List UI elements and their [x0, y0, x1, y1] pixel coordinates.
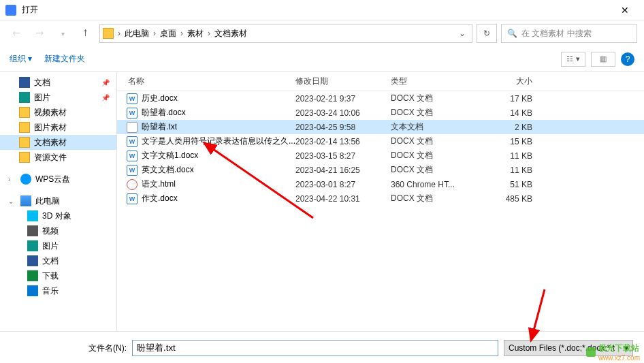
- organize-menu[interactable]: 组织 ▾: [10, 53, 32, 65]
- file-row[interactable]: W英文文档.docx2023-04-21 16:25DOCX 文档11 KB: [117, 163, 644, 177]
- folder-icon: [19, 137, 30, 148]
- file-name: 作文.docx: [142, 193, 295, 204]
- file-size: 2 KB: [483, 123, 545, 132]
- folder-icon: [27, 255, 38, 266]
- sidebar-wps[interactable]: ›WPS云盘: [0, 172, 116, 187]
- refresh-button[interactable]: ↻: [477, 24, 497, 43]
- address-bar[interactable]: › 此电脑 › 桌面 › 素材 › 文档素材 ⌄: [99, 24, 472, 43]
- folder-icon: [19, 122, 30, 133]
- breadcrumb-item[interactable]: 文档素材: [214, 28, 247, 40]
- folder-icon: [27, 225, 38, 236]
- folder-icon: [27, 270, 38, 281]
- file-icon: W: [127, 108, 138, 119]
- file-icon: W: [127, 165, 138, 176]
- search-input[interactable]: 🔍 在 文档素材 中搜索: [501, 24, 637, 43]
- sidebar-item[interactable]: 音乐: [0, 283, 116, 298]
- file-size: 17 KB: [483, 94, 545, 104]
- pin-icon: 📌: [101, 79, 110, 86]
- file-name: 文字文稿1.docx: [142, 150, 295, 161]
- sidebar-item-label: 文档素材: [34, 137, 67, 148]
- sidebar-item[interactable]: 图片📌: [0, 90, 116, 105]
- filename-input[interactable]: [132, 340, 498, 356]
- file-size: 11 KB: [483, 151, 545, 161]
- sidebar-item-label: 文档: [34, 77, 50, 89]
- column-type[interactable]: 类型: [391, 76, 483, 87]
- sidebar-item[interactable]: 图片素材: [0, 120, 116, 135]
- file-type: DOCX 文档: [391, 107, 483, 119]
- sidebar-item[interactable]: 下载: [0, 268, 116, 283]
- file-type: DOCX 文档: [391, 136, 483, 147]
- view-mode-button[interactable]: ☷ ▾: [561, 52, 585, 67]
- file-row[interactable]: W盼望着.docx2023-03-24 10:06DOCX 文档14 KB: [117, 106, 644, 120]
- file-date: 2023-02-14 13:56: [295, 137, 391, 146]
- folder-icon: [27, 240, 38, 251]
- column-header-row: 名称 修改日期 类型 大小: [117, 72, 644, 91]
- sidebar-item[interactable]: 视频: [0, 223, 116, 238]
- column-name[interactable]: 名称: [117, 76, 295, 87]
- file-icon: W: [127, 93, 138, 104]
- breadcrumb-item[interactable]: 桌面: [160, 28, 176, 40]
- file-icon: W: [127, 136, 138, 147]
- file-icon: [127, 179, 138, 190]
- file-row[interactable]: W作文.docx2023-04-22 10:31DOCX 文档485 KB: [117, 191, 644, 206]
- folder-icon: [27, 285, 38, 296]
- file-type: 360 Chrome HT...: [391, 180, 483, 189]
- sidebar-item-label: 资源文件: [34, 152, 67, 163]
- new-folder-button[interactable]: 新建文件夹: [44, 53, 85, 65]
- sidebar-item[interactable]: 视频素材: [0, 105, 116, 120]
- back-button[interactable]: 🡐: [7, 24, 26, 43]
- chevron-right-icon: ›: [153, 29, 156, 38]
- file-type: 文本文档: [391, 121, 483, 133]
- folder-icon: [19, 107, 30, 118]
- chevron-right-icon: ›: [8, 176, 16, 183]
- file-row[interactable]: W历史.docx2023-02-21 9:37DOCX 文档17 KB: [117, 91, 644, 106]
- file-row[interactable]: W文字是人类用符号记录表达信息以传之久...2023-02-14 13:56DO…: [117, 134, 644, 148]
- file-icon: W: [127, 193, 138, 204]
- help-button[interactable]: ?: [621, 52, 634, 66]
- file-type: DOCX 文档: [391, 150, 483, 161]
- up-button[interactable]: 🡑: [76, 24, 95, 43]
- file-row[interactable]: 盼望着.txt2023-04-25 9:58文本文档2 KB: [117, 120, 644, 134]
- search-placeholder: 在 文档素材 中搜索: [521, 28, 592, 40]
- column-date[interactable]: 修改日期: [295, 76, 391, 87]
- sidebar-item-label: 图片素材: [34, 122, 67, 133]
- pc-icon: [20, 195, 31, 206]
- address-dropdown[interactable]: ⌄: [455, 29, 469, 38]
- breadcrumb-item[interactable]: 此电脑: [125, 28, 149, 40]
- file-name: 历史.docx: [142, 93, 295, 104]
- folder-icon: [19, 77, 30, 88]
- sidebar-item[interactable]: 图片: [0, 238, 116, 253]
- file-name: 文字是人类用符号记录表达信息以传之久...: [142, 136, 295, 147]
- file-row[interactable]: W文字文稿1.docx2023-03-15 8:27DOCX 文档11 KB: [117, 148, 644, 163]
- file-size: 485 KB: [483, 194, 545, 204]
- breadcrumb-item[interactable]: 素材: [187, 28, 204, 40]
- recent-dropdown[interactable]: ▾: [53, 24, 72, 43]
- folder-icon: [27, 210, 38, 221]
- filename-label: 文件名(N):: [11, 343, 127, 354]
- search-icon: 🔍: [507, 29, 517, 38]
- preview-pane-button[interactable]: ▥: [591, 52, 615, 67]
- sidebar-item[interactable]: 文档素材: [0, 135, 116, 150]
- file-type: DOCX 文档: [391, 93, 483, 104]
- pin-icon: 📌: [101, 94, 110, 101]
- close-button[interactable]: ✕: [611, 1, 639, 20]
- sidebar-thispc[interactable]: ⌄此电脑: [0, 193, 116, 208]
- file-date: 2023-04-22 10:31: [295, 194, 391, 204]
- chevron-right-icon: ›: [180, 29, 183, 38]
- sidebar-item[interactable]: 3D 对象: [0, 208, 116, 223]
- file-name: 语文.html: [142, 178, 295, 190]
- file-size: 15 KB: [483, 137, 545, 146]
- file-row[interactable]: 语文.html2023-03-01 8:27360 Chrome HT...51…: [117, 177, 644, 191]
- sidebar-item[interactable]: 资源文件: [0, 150, 116, 165]
- file-size: 14 KB: [483, 108, 545, 118]
- sidebar-item-label: 图片: [34, 92, 50, 104]
- window-title: 打开: [22, 4, 611, 16]
- column-size[interactable]: 大小: [483, 76, 545, 87]
- sidebar-item[interactable]: 文档: [0, 253, 116, 268]
- file-size: 51 KB: [483, 180, 545, 189]
- folder-icon: [19, 152, 30, 163]
- file-name: 盼望着.txt: [142, 121, 295, 133]
- forward-button[interactable]: 🡒: [30, 24, 49, 43]
- sidebar-item[interactable]: 文档📌: [0, 75, 116, 90]
- folder-icon: [19, 92, 30, 103]
